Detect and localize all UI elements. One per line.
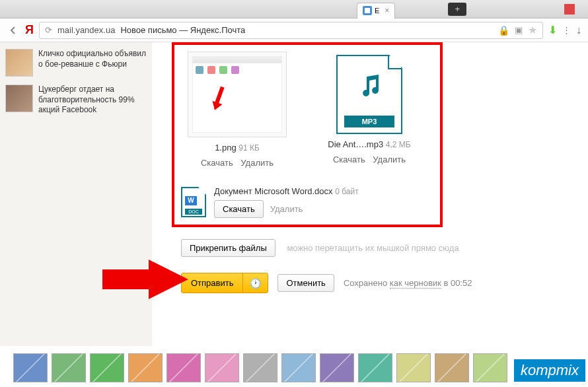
cancel-button[interactable]: Отменить	[277, 274, 334, 292]
send-label: Отправить	[182, 273, 243, 293]
annotation-arrow	[102, 256, 188, 302]
attachment-size: 4,2 МБ	[386, 140, 411, 149]
new-tab-button[interactable]: +	[448, 3, 466, 16]
draft-link[interactable]: как черновик	[390, 278, 441, 289]
downloads-icon[interactable]: ⬇	[548, 24, 557, 36]
attach-files-button[interactable]: Прикрепить файлы	[181, 239, 276, 257]
shield-icon: ▣	[515, 25, 523, 35]
news-item[interactable]: Цукерберг отдает на благотворительность …	[5, 81, 147, 120]
lock-icon: 🔒	[498, 25, 509, 36]
delete-link[interactable]: Удалить	[240, 158, 274, 168]
url-field[interactable]: ⟳ mail.yandex.ua Новое письмо — Яндекс.П…	[39, 22, 543, 39]
news-thumbnail	[5, 49, 33, 77]
theme-swatch[interactable]	[205, 353, 239, 382]
browser-tab[interactable]: E ×	[357, 3, 395, 18]
address-bar: Я ⟳ mail.yandex.ua Новое письмо — Яндекс…	[0, 18, 588, 42]
theme-swatch[interactable]	[128, 353, 163, 382]
url-domain: mail.yandex.ua	[57, 25, 115, 35]
send-button[interactable]: Отправить 🕐	[181, 273, 268, 293]
theme-swatch[interactable]	[166, 353, 201, 382]
theme-swatch[interactable]	[435, 353, 469, 382]
theme-swatch-strip	[13, 351, 575, 384]
watermark: kompmix	[514, 359, 585, 382]
menu-icon[interactable]: ⋮	[562, 25, 571, 35]
mp3-badge: MP3	[344, 116, 394, 127]
theme-swatch[interactable]	[396, 353, 431, 382]
theme-swatch[interactable]	[243, 353, 277, 382]
tab-close-icon[interactable]: ×	[385, 6, 389, 15]
theme-swatch[interactable]	[90, 353, 124, 382]
bookmark-star-icon[interactable]: ★	[528, 24, 537, 36]
news-item[interactable]: Кличко официально объявил о бое-реванше …	[5, 45, 147, 81]
theme-swatch[interactable]	[358, 353, 392, 382]
news-thumbnail	[5, 85, 33, 112]
theme-swatch[interactable]	[281, 353, 316, 382]
download-link[interactable]: Скачать	[333, 155, 365, 164]
theme-swatch[interactable]	[13, 353, 48, 382]
attachment-size: 0 байт	[335, 187, 358, 196]
reload-icon[interactable]: ⟳	[45, 25, 52, 35]
browser-tab-bar: E × +	[0, 0, 588, 18]
attachment-name: Die Ant….mp3	[328, 139, 383, 149]
download-link[interactable]: Скачать	[201, 158, 233, 168]
tab-title: E	[375, 7, 379, 15]
saved-status: Сохранено как черновик в 00:52	[344, 278, 472, 288]
delete-link[interactable]: Удалить	[373, 155, 406, 164]
attachment-size: 91 КБ	[239, 143, 260, 153]
attachment-item-doc: W DOC Документ Microsoft Word.docx 0 бай…	[181, 181, 433, 218]
download-button[interactable]: Скачать	[214, 200, 264, 218]
news-text: Цукерберг отдает на благотворительность …	[38, 85, 147, 116]
download-arrow-icon[interactable]: ↓	[576, 24, 581, 36]
svg-marker-0	[102, 260, 188, 299]
back-button[interactable]	[7, 24, 20, 37]
compose-main: 1.png 91 КБ Скачать Удалить MP3	[152, 42, 588, 346]
attachment-preview[interactable]	[188, 52, 287, 137]
theme-swatch[interactable]	[52, 353, 86, 382]
delete-link[interactable]: Удалить	[270, 204, 303, 214]
attachment-name: 1.png	[215, 143, 237, 153]
attachment-item: 1.png 91 КБ Скачать Удалить	[181, 52, 293, 168]
theme-swatch[interactable]	[320, 353, 354, 382]
attachments-box: 1.png 91 КБ Скачать Удалить MP3	[172, 42, 443, 227]
theme-swatch[interactable]	[473, 353, 507, 382]
tab-favicon	[363, 6, 372, 15]
page-title: Новое письмо — Яндекс.Почта	[120, 25, 245, 35]
drag-hint: можно перетащить их мышкой прямо сюда	[287, 243, 459, 253]
music-note-icon	[357, 73, 384, 99]
schedule-icon[interactable]: 🕐	[243, 278, 268, 289]
extension-icon[interactable]	[564, 4, 575, 15]
content-area: Кличко официально объявил о бое-реванше …	[0, 42, 588, 346]
word-doc-icon: W DOC	[181, 187, 206, 217]
attachment-preview[interactable]: MP3	[336, 55, 402, 134]
news-text: Кличко официально объявил о бое-реванше …	[38, 49, 147, 69]
attachment-name: Документ Microsoft Word.docx	[214, 186, 333, 196]
attachment-item: MP3 Die Ant….mp3 4,2 МБ Скачать Удалить	[313, 52, 425, 168]
yandex-logo[interactable]: Я	[25, 23, 34, 37]
